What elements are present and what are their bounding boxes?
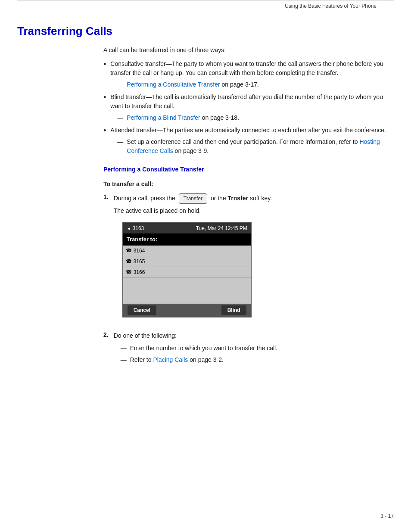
phone-empty-area <box>123 278 251 304</box>
sub-bullet-2: — Performing a Blind Transfer on page 3-… <box>117 113 394 122</box>
phone-line-number-3165: 3165 <box>134 258 145 265</box>
sub-item-placing-rest: on page 3-2. <box>188 356 224 363</box>
step-1-suffix2: soft key. <box>250 195 272 202</box>
bullet-item-2: • Blind transfer—The call is automatical… <box>103 93 394 122</box>
step-1-row: 1. During a call, press the Transfer or … <box>103 193 394 324</box>
phone-line-3164: ☎ 3164 <box>123 246 251 256</box>
step-2-row: 2. Do one of the following: — Enter the … <box>103 331 394 367</box>
phone-footer: Cancel Blind <box>123 304 251 317</box>
phone-header-left: ◄ 3163 <box>127 224 144 232</box>
step-1-prefix: During a call, press the <box>114 195 175 202</box>
sub-2-rest: on page 3-18. <box>200 114 239 121</box>
sub-item-placing-plain: Refer to <box>130 356 153 363</box>
blind-softkey[interactable]: Blind <box>221 305 246 315</box>
sub-dash-1: — <box>117 80 123 89</box>
sub-dash-2: — <box>117 113 123 122</box>
bullet-item-3: • Attended transfer—The parties are auto… <box>103 126 394 156</box>
sub-bullet-3: — Set up a conference call and then end … <box>117 137 394 156</box>
header-title: Using the Basic Features of Your Phone <box>285 3 377 9</box>
step-2-number: 2. <box>103 331 109 338</box>
phone-icon-3164: ☎ <box>126 247 132 254</box>
step-2-content: Do one of the following: — Enter the num… <box>114 331 394 367</box>
page-title: Transferring Calls <box>17 25 394 38</box>
signal-icon: ◄ <box>127 225 131 232</box>
sub-dash-enter: — <box>121 344 127 353</box>
section-heading: Performing a Consultative Transfer <box>103 166 394 173</box>
phone-line-id: 3163 <box>133 224 144 232</box>
sub-item-enter: — Enter the number to which you want to … <box>121 344 394 353</box>
sub-3-rest: on page 3-9. <box>173 147 209 154</box>
phone-screen-header: ◄ 3163 Tue, Mar 24 12:45 PM <box>123 223 251 233</box>
phone-icon-3166: ☎ <box>126 268 132 276</box>
phone-line-3165: ☎ 3165 <box>123 256 251 267</box>
sub-bullet-1: — Performing a Consultative Transfer on … <box>117 80 394 89</box>
phone-line-number-3166: 3166 <box>134 268 145 276</box>
sub-item-placing: — Refer to Placing Calls on page 3-2. <box>121 355 394 364</box>
step-1-number: 1. <box>103 193 109 200</box>
step-2-container: 2. Do one of the following: — Enter the … <box>103 331 394 367</box>
bullet-1-text: Consultative transfer—The party to whom … <box>110 60 383 76</box>
transfer-to-row: Transfer to: <box>123 233 251 246</box>
phone-datetime: Tue, Mar 24 12:45 PM <box>196 224 247 232</box>
step-1-bold: Trnsfer <box>228 195 248 202</box>
phone-line-number-3164: 3164 <box>134 247 145 255</box>
bullet-item-1: • Consultative transfer—The party to who… <box>103 59 394 89</box>
step-2-sub-items: — Enter the number to which you want to … <box>114 344 394 364</box>
intro-text: A call can be transferred in one of thre… <box>103 47 394 53</box>
sub-item-enter-text: Enter the number to which you want to tr… <box>130 344 277 353</box>
bullet-list: • Consultative transfer—The party to who… <box>103 59 394 156</box>
page-number: 3 - 17 <box>380 513 394 519</box>
link-placing-calls[interactable]: Placing Calls <box>153 356 188 363</box>
transfer-button[interactable]: Transfer <box>179 193 207 204</box>
procedure-heading: To transfer a call: <box>103 180 394 187</box>
bullet-dot-1: • <box>103 59 106 69</box>
sub-3-plain: Set up a conference call and then end yo… <box>127 138 359 145</box>
sub-1-rest: on page 3-17. <box>220 81 259 88</box>
sub-dash-placing: — <box>121 355 127 364</box>
bullet-dot-3: • <box>103 126 106 136</box>
bullet-dot-2: • <box>103 93 106 103</box>
sub-dash-3: — <box>117 137 123 146</box>
step-1-content: During a call, press the Transfer or the… <box>114 193 394 324</box>
cancel-softkey[interactable]: Cancel <box>128 305 156 315</box>
step-2-text: Do one of the following: <box>114 332 177 339</box>
page-header: Using the Basic Features of Your Phone <box>17 0 394 9</box>
link-blind[interactable]: Performing a Blind Transfer <box>127 114 200 121</box>
page-container: Transferring Calls A call can be transfe… <box>0 16 411 396</box>
hold-text: The active call is placed on hold. <box>114 206 394 215</box>
bullet-2-text: Blind transfer—The call is automatically… <box>110 93 383 109</box>
step-1-container: 1. During a call, press the Transfer or … <box>103 193 394 324</box>
phone-icon-3165: ☎ <box>126 258 132 265</box>
bullet-3-text: Attended transfer—The parties are automa… <box>110 127 386 134</box>
step-1-suffix: or the <box>211 195 226 202</box>
phone-line-3166: ☎ 3166 <box>123 267 251 278</box>
link-consultative[interactable]: Performing a Consultative Transfer <box>127 81 220 88</box>
phone-screen: ◄ 3163 Tue, Mar 24 12:45 PM Transfer to:… <box>122 222 252 317</box>
